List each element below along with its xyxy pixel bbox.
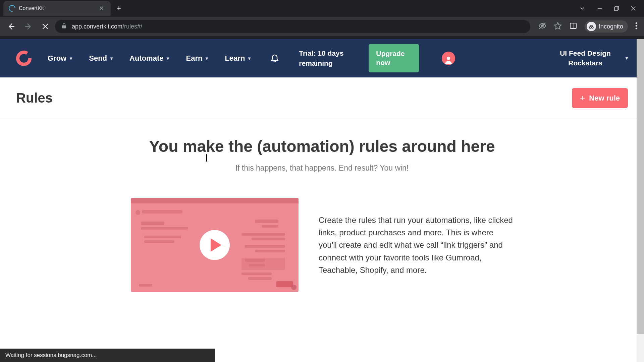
url-text: app.convertkit.com/rules#/ [72, 23, 142, 30]
account-name: UI Feed Design Rockstars [555, 49, 615, 68]
incognito-label: Incognito [599, 23, 623, 30]
app-header: Grow▾ Send▾ Automate▾ Earn▾ Learn▾ Trial… [0, 39, 644, 77]
svg-rect-12 [570, 23, 576, 28]
stop-button[interactable] [39, 20, 52, 33]
svg-marker-11 [554, 22, 561, 29]
svg-rect-2 [614, 7, 618, 10]
svg-point-14 [589, 27, 591, 28]
chevron-down-icon: ▾ [70, 56, 72, 61]
toolbar-right: Incognito [534, 20, 640, 33]
svg-point-20 [447, 57, 450, 60]
chevron-down-icon: ▾ [626, 55, 628, 61]
chevron-down-icon: ▾ [206, 56, 208, 61]
tab-title: ConvertKit [19, 5, 94, 11]
upgrade-button[interactable]: Upgrade now [369, 44, 419, 72]
address-bar[interactable]: app.convertkit.com/rules#/ [55, 20, 530, 33]
play-button[interactable] [200, 230, 230, 260]
minimize-window-icon[interactable] [597, 6, 602, 11]
nav-send[interactable]: Send▾ [89, 54, 113, 63]
incognito-indicator[interactable]: Incognito [585, 20, 628, 33]
maximize-window-icon[interactable] [614, 6, 619, 11]
scrollbar-thumb[interactable] [637, 39, 644, 334]
hero-title: You make the (automation) rules around h… [16, 137, 628, 156]
browser-tab[interactable]: ConvertKit ✕ [3, 1, 111, 16]
nav-automate[interactable]: Automate▾ [129, 54, 169, 63]
tabs-dropdown-icon[interactable] [579, 5, 586, 12]
thumb-topbar [131, 198, 299, 203]
nav-earn[interactable]: Earn▾ [186, 54, 208, 63]
avatar[interactable] [442, 52, 455, 65]
bookmark-star-icon[interactable] [554, 22, 562, 31]
page-bar: Rules + New rule [0, 77, 644, 118]
new-tab-button[interactable]: + [111, 4, 127, 13]
close-tab-icon[interactable]: ✕ [98, 3, 105, 13]
svg-point-17 [636, 22, 637, 24]
trial-remaining: Trial: 10 days remaining [299, 48, 353, 68]
plus-icon: + [580, 93, 585, 103]
nav-grow[interactable]: Grow▾ [48, 54, 72, 63]
forward-button[interactable] [21, 19, 36, 34]
new-rule-button[interactable]: + New rule [572, 88, 628, 108]
close-window-icon[interactable] [631, 6, 636, 11]
svg-point-18 [636, 25, 637, 27]
page-title: Rules [16, 90, 53, 106]
browser-status-bar: Waiting for sessions.bugsnag.com... [0, 349, 215, 362]
kebab-menu-icon[interactable] [635, 22, 637, 31]
text-cursor-icon [206, 154, 207, 162]
notifications-bell-icon[interactable] [267, 53, 283, 64]
address-row: app.convertkit.com/rules#/ Incognito [0, 17, 644, 36]
window-controls [579, 5, 644, 12]
hero-row: Create the rules that run your automatio… [67, 198, 577, 292]
eye-off-icon[interactable] [538, 22, 546, 31]
lock-icon [61, 23, 67, 30]
nav-learn[interactable]: Learn▾ [225, 54, 251, 63]
main-content: You make the (automation) rules around h… [0, 118, 644, 311]
chevron-down-icon: ▾ [248, 56, 251, 61]
browser-chrome: ConvertKit ✕ + [0, 0, 644, 39]
svg-point-15 [592, 27, 593, 28]
hero-subtitle: If this happens, that happens. End resul… [16, 164, 628, 173]
convertkit-logo-icon[interactable] [16, 51, 32, 66]
main-nav: Grow▾ Send▾ Automate▾ Earn▾ Learn▾ [48, 54, 251, 63]
chevron-down-icon: ▾ [167, 56, 169, 61]
convertkit-favicon-icon [7, 4, 17, 13]
play-icon [211, 238, 221, 252]
account-menu[interactable]: UI Feed Design Rockstars ▾ [555, 49, 628, 68]
vertical-scrollbar[interactable] [637, 39, 644, 362]
hero-description: Create the rules that run your automatio… [319, 214, 513, 276]
side-panel-icon[interactable] [569, 22, 577, 31]
incognito-icon [587, 22, 596, 31]
svg-point-19 [636, 28, 637, 29]
tabs-row: ConvertKit ✕ + [0, 0, 644, 17]
video-thumbnail[interactable] [131, 198, 299, 292]
chevron-down-icon: ▾ [110, 56, 113, 61]
back-button[interactable] [4, 19, 18, 34]
